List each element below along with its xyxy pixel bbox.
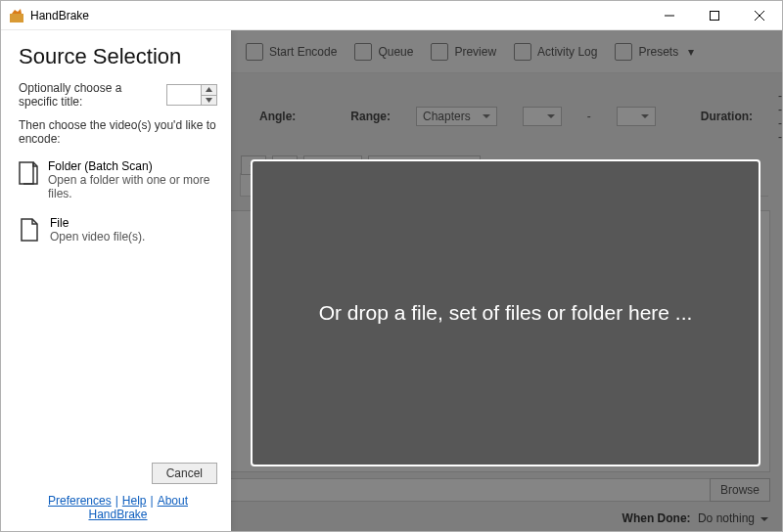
drop-zone-text: Or drop a file, set of files or folder h… xyxy=(319,301,693,325)
title-spinner-input[interactable] xyxy=(167,85,201,105)
file-icon xyxy=(19,218,40,244)
source-selection-heading: Source Selection xyxy=(19,44,217,69)
title-spinner[interactable] xyxy=(166,84,217,106)
footer-links: Preferences|Help|About HandBrake xyxy=(19,494,217,521)
svg-rect-2 xyxy=(711,11,719,20)
title-spinner-up[interactable] xyxy=(202,85,216,96)
specific-title-label: Optionally choose a specific title: xyxy=(19,81,161,109)
preferences-link[interactable]: Preferences xyxy=(48,494,112,508)
folder-desc: Open a folder with one or more files. xyxy=(48,173,217,200)
drop-zone[interactable]: Or drop a file, set of files or folder h… xyxy=(251,159,760,466)
help-link[interactable]: Help xyxy=(122,494,147,508)
window-title: HandBrake xyxy=(30,9,89,22)
titlebar: HandBrake xyxy=(1,1,782,30)
open-folder-button[interactable]: Folder (Batch Scan) Open a folder with o… xyxy=(19,155,217,204)
folder-icon xyxy=(19,161,38,187)
svg-rect-0 xyxy=(10,14,23,22)
source-selection-panel: Source Selection Optionally choose a spe… xyxy=(1,30,231,531)
title-spinner-down[interactable] xyxy=(202,96,216,106)
app-window: HandBrake Start Encode Queue Preview Act… xyxy=(0,0,783,532)
app-icon xyxy=(9,8,24,23)
file-title: File xyxy=(50,216,145,230)
cancel-button[interactable]: Cancel xyxy=(152,463,217,484)
window-minimize-button[interactable] xyxy=(647,1,692,30)
window-maximize-button[interactable] xyxy=(692,1,737,30)
file-desc: Open video file(s). xyxy=(50,230,145,244)
window-close-button[interactable] xyxy=(737,1,782,30)
svg-rect-5 xyxy=(20,162,33,184)
folder-title: Folder (Batch Scan) xyxy=(48,159,217,173)
instruction-text: Then choose the video(s) you'd like to e… xyxy=(19,118,217,146)
open-file-button[interactable]: File Open video file(s). xyxy=(19,212,217,247)
